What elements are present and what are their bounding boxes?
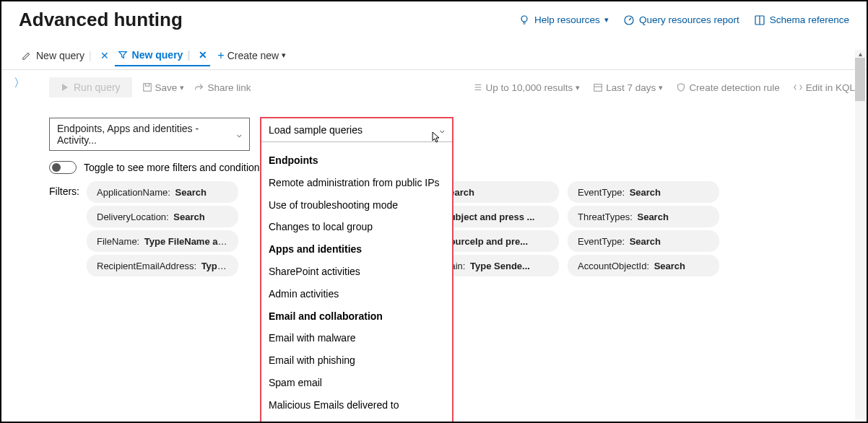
list-icon	[473, 82, 483, 92]
filter-pill[interactable]: ApplicationName: Search	[87, 181, 238, 203]
scroll-up-arrow[interactable]: ▴	[855, 50, 865, 58]
sample-queries-dropdown: Load sample queries ⌵ EndpointsRemote ad…	[260, 117, 453, 423]
filter-icon	[118, 50, 128, 60]
scope-select[interactable]: Endpoints, Apps and identities - Activit…	[49, 118, 250, 151]
query-toolbar: Run query Save ▾ Share link Up to 10,000…	[49, 77, 855, 97]
dropdown-category: Email and collaboration	[269, 305, 445, 328]
query-resources-link[interactable]: Query resources report	[623, 14, 739, 26]
dropdown-item[interactable]: Malicious Emails delivered to Inbox/Junk	[269, 394, 445, 423]
chevron-down-icon: ▾	[282, 51, 286, 60]
run-query-button[interactable]: Run query	[49, 77, 132, 97]
filters-toggle[interactable]	[49, 161, 77, 174]
lightbulb-icon	[518, 14, 530, 26]
calendar-icon	[593, 82, 603, 92]
chevron-down-icon: ⌵	[237, 130, 242, 139]
svg-rect-4	[594, 84, 602, 92]
edit-kql-button[interactable]: Edit in KQL	[793, 82, 855, 93]
dropdown-item[interactable]: Use of troubleshooting mode	[269, 194, 445, 217]
chevron-down-icon: ▾	[604, 15, 609, 25]
side-panel-toggle[interactable]: 〉	[1, 70, 38, 414]
shield-icon	[676, 82, 686, 92]
results-limit-dropdown[interactable]: Up to 10,000 results ▾	[473, 82, 581, 93]
book-icon	[754, 14, 765, 26]
create-detection-button[interactable]: Create detection rule	[676, 82, 779, 93]
pencil-icon	[22, 51, 32, 61]
header-links: Help resources ▾ Query resources report …	[518, 14, 849, 26]
filter-pill[interactable]: EventType: Search	[568, 230, 719, 252]
filter-pill[interactable]: DeliveryLocation: Search	[87, 206, 238, 227]
dropdown-item[interactable]: SharePoint activities	[269, 261, 445, 283]
cursor-icon	[430, 131, 441, 146]
chevron-down-icon: ⌵	[440, 126, 445, 135]
chevron-right-icon: 〉	[14, 77, 25, 89]
vertical-scrollbar[interactable]: ▴	[855, 50, 865, 419]
dropdown-item[interactable]: Email with malware	[269, 327, 445, 349]
tab-new-query-1[interactable]: New query | ✕	[19, 45, 112, 66]
dropdown-item[interactable]: Spam email	[269, 372, 445, 394]
filter-pill[interactable]: RecipientEmailAddress: Type Rec...	[87, 255, 238, 276]
chevron-down-icon: ▾	[659, 83, 663, 92]
svg-rect-3	[143, 84, 151, 92]
toggle-label: Toggle to see more filters and condition…	[84, 162, 265, 173]
filters-label: Filters:	[49, 181, 79, 197]
svg-point-0	[521, 16, 527, 22]
scrollbar-thumb[interactable]	[855, 58, 865, 101]
schema-reference-link[interactable]: Schema reference	[754, 14, 849, 26]
filter-pill[interactable]: FileName: Type FileName and pr...	[87, 230, 238, 252]
close-tab-icon[interactable]: ✕	[100, 50, 109, 61]
tab-new-query-2[interactable]: New query | ✕	[115, 45, 211, 66]
close-tab-icon[interactable]: ✕	[199, 49, 207, 61]
filter-pill[interactable]: ThreatTypes: Search	[568, 206, 719, 227]
filter-pill[interactable]: AccountObjectId: Search	[568, 255, 719, 276]
create-new-tab[interactable]: + Create new ▾	[213, 49, 290, 62]
dropdown-item[interactable]: Changes to local group	[269, 216, 445, 238]
dropdown-item[interactable]: Email with phishing	[269, 349, 445, 372]
page-title: Advanced hunting	[19, 9, 183, 31]
chevron-down-icon: ▾	[576, 83, 580, 92]
chevron-down-icon: ▾	[180, 83, 184, 92]
save-icon	[142, 82, 152, 92]
help-resources-link[interactable]: Help resources ▾	[518, 14, 609, 26]
page-header: Advanced hunting Help resources ▾ Query …	[1, 1, 867, 41]
dropdown-item[interactable]: Remote administration from public IPs	[269, 172, 445, 194]
plus-icon: +	[217, 49, 224, 62]
play-icon	[61, 83, 69, 92]
query-tabs: New query | ✕ New query | ✕ + Create new…	[1, 41, 867, 70]
dropdown-category: Endpoints	[269, 149, 445, 172]
toggle-knob	[52, 163, 61, 172]
share-icon	[194, 82, 204, 92]
code-icon	[793, 82, 803, 92]
meter-icon	[623, 14, 635, 26]
sample-queries-trigger[interactable]: Load sample queries ⌵	[261, 118, 452, 142]
dropdown-item[interactable]: Admin activities	[269, 283, 445, 305]
time-range-dropdown[interactable]: Last 7 days ▾	[593, 82, 663, 93]
dropdown-category: Apps and identities	[269, 238, 445, 261]
share-link-button[interactable]: Share link	[194, 82, 251, 93]
save-button[interactable]: Save ▾	[142, 82, 185, 93]
filter-pill[interactable]: EventType: Search	[568, 181, 719, 203]
